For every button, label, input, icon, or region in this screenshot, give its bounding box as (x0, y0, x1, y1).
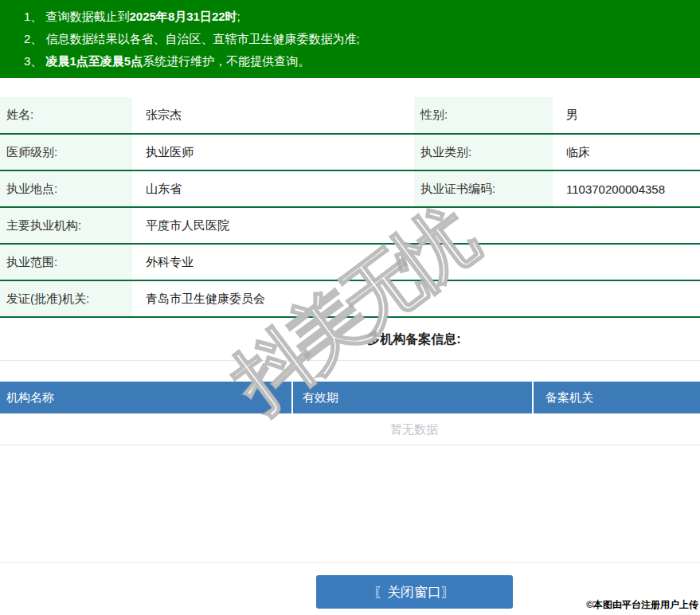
copyright-stamp: ©本图由平台注册用户上传 (586, 598, 698, 612)
notice-line-1-tail: ; (237, 10, 241, 23)
empty-area (0, 445, 700, 563)
practice-scope-label: 执业范围: (0, 244, 132, 280)
column-header-validity: 有效期 (293, 390, 532, 405)
table-row: 发证(批准)机关: 青岛市卫生健康委员会 (0, 280, 700, 317)
close-window-button[interactable]: 〖关闭窗口〗 (316, 575, 513, 609)
practice-category-value: 临床 (553, 134, 700, 170)
issuing-authority-label: 发证(批准)机关: (0, 280, 132, 317)
notice-line-3-bold: 凌晨1点至凌晨5点 (46, 54, 143, 68)
notice-line-3: 3、 凌晨1点至凌晨5点系统进行维护，不能提供查询。 (24, 53, 700, 69)
table-row: 主要执业机构: 平度市人民医院 (0, 207, 700, 244)
page-content: 1、 查询数据截止到2025年8月31日22时; 2、 信息数据结果以各省、自治… (0, 0, 700, 609)
gender-value: 男 (553, 97, 700, 134)
table-row: 执业地点: 山东省 执业证书编码: 110370200004358 (0, 170, 700, 207)
gender-label: 性别: (414, 97, 553, 134)
notice-line-1: 1、 查询数据截止到2025年8月31日22时; (24, 8, 700, 25)
notice-line-3-tail: 系统进行维护，不能提供查询。 (143, 54, 310, 68)
notice-banner: 1、 查询数据截止到2025年8月31日22时; 2、 信息数据结果以各省、自治… (0, 0, 700, 78)
column-header-record-authority: 备案机关 (534, 390, 700, 405)
name-value: 张宗杰 (132, 97, 414, 134)
notice-line-3-text: 3、 (24, 54, 46, 68)
doctor-info-table: 姓名: 张宗杰 性别: 男 医师级别: 执业医师 执业类别: 临床 执业地点: … (0, 97, 700, 318)
table-row: 执业范围: 外科专业 (0, 244, 700, 280)
doctor-level-value: 执业医师 (132, 134, 414, 170)
practice-scope-value: 外科专业 (132, 244, 700, 280)
issuing-authority-value: 青岛市卫生健康委员会 (132, 280, 700, 317)
notice-line-2-text: 2、 信息数据结果以各省、自治区、直辖市卫生健康委数据为准; (24, 32, 360, 45)
notice-line-1-bold: 2025年8月31日22时 (130, 10, 237, 23)
multi-org-section-title: 多机构备案信息: (0, 318, 700, 361)
practice-category-label: 执业类别: (414, 134, 553, 170)
records-table-header: 机构名称 有效期 备案机关 (0, 382, 700, 413)
practice-place-value: 山东省 (132, 170, 414, 207)
table-row: 医师级别: 执业医师 执业类别: 临床 (0, 134, 700, 170)
no-data-placeholder: 暂无数据 (0, 413, 700, 445)
main-org-label: 主要执业机构: (0, 207, 132, 244)
practice-place-label: 执业地点: (0, 170, 132, 207)
doctor-level-label: 医师级别: (0, 134, 132, 170)
certificate-number-value: 110370200004358 (553, 170, 700, 207)
notice-line-1-text: 1、 查询数据截止到 (24, 10, 130, 23)
name-label: 姓名: (0, 97, 132, 134)
notice-line-2: 2、 信息数据结果以各省、自治区、直辖市卫生健康委数据为准; (24, 30, 700, 47)
main-org-value: 平度市人民医院 (132, 207, 700, 244)
spacer (0, 361, 700, 382)
table-row: 姓名: 张宗杰 性别: 男 (0, 97, 700, 134)
certificate-number-label: 执业证书编码: (414, 170, 553, 207)
column-header-org-name: 机构名称 (0, 390, 291, 405)
